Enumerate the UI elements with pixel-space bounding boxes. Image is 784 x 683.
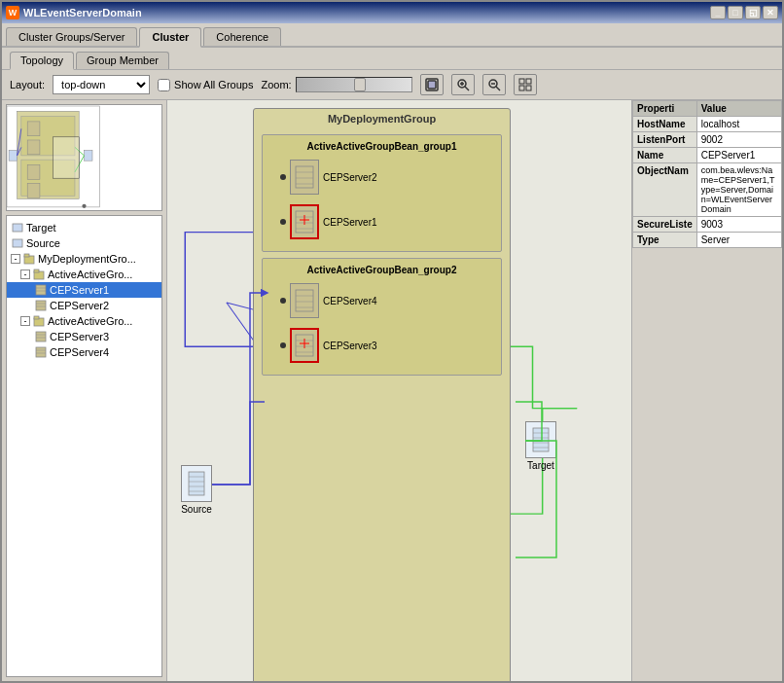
main-tab-bar: Cluster Groups/Server Cluster Coherence: [2, 23, 782, 48]
tree-label-cepserver1: CEPServer1: [50, 284, 109, 296]
cepserver1-label: CEPServer1: [323, 217, 377, 228]
tree-label-mydeploygroup: MyDeploymentGro...: [38, 253, 136, 265]
right-panel: Properti Value HostName localhost Listen…: [631, 100, 782, 681]
prop-val-objectname: com.bea.wlevs:Name=CEPServer1,Type=Serve…: [696, 163, 781, 217]
tab-cluster-groups[interactable]: Cluster Groups/Server: [6, 27, 137, 46]
prop-val-securelisten: 9003: [696, 217, 781, 233]
tab-coherence[interactable]: Coherence: [203, 27, 281, 46]
svg-line-3: [465, 87, 469, 90]
prop-key-name: Name: [633, 148, 697, 163]
restore-button[interactable]: ◱: [745, 6, 761, 19]
prop-val-hostname: localhost: [696, 117, 781, 132]
expand-activeactive1[interactable]: -: [20, 270, 30, 279]
svg-rect-27: [53, 137, 79, 178]
main-canvas: MyDeploymentGroup ActiveActiveGroupBean_…: [167, 100, 631, 681]
tree-label-cepserver2: CEPServer2: [50, 300, 109, 311]
cepserver2-icon: [290, 160, 319, 195]
source-node[interactable]: Source: [181, 465, 212, 515]
zoom-in-button[interactable]: [451, 74, 475, 95]
server-node-cepserver2[interactable]: CEPServer2: [280, 160, 495, 195]
prop-row-hostname: HostName localhost: [633, 117, 782, 132]
target-node[interactable]: Target: [525, 421, 556, 471]
tree-item-target[interactable]: Target: [7, 220, 161, 235]
tree-item-source[interactable]: Source: [7, 235, 161, 251]
expand-activeactive2[interactable]: -: [20, 316, 30, 326]
sub-group-2: ActiveActiveGroupBean_group2 CEPServer4: [262, 258, 502, 376]
svg-rect-35: [36, 285, 46, 295]
svg-rect-20: [9, 151, 17, 162]
cepserver3-label: CEPServer3: [323, 341, 377, 351]
window-icon: W: [6, 6, 19, 19]
tree-item-activeactive2[interactable]: - ActiveActiveGro...: [7, 313, 161, 329]
server-node-cepserver1[interactable]: CEPServer1: [280, 204, 495, 239]
prop-val-name: CEPServer1: [696, 148, 781, 163]
minimap-svg: [7, 105, 161, 210]
svg-rect-38: [36, 301, 46, 310]
tree-item-activeactive1[interactable]: - ActiveActiveGro...: [7, 267, 161, 282]
server-node-cepserver4[interactable]: CEPServer4: [280, 283, 495, 318]
zoom-out-button[interactable]: [482, 74, 506, 95]
tree-item-cepserver2[interactable]: CEPServer2: [7, 298, 161, 313]
maximize-button[interactable]: □: [728, 6, 743, 19]
tree-label-activeactive2: ActiveActiveGro...: [48, 315, 132, 327]
tree-item-mydeploygroup[interactable]: - MyDeploymentGro...: [7, 251, 161, 267]
svg-rect-16: [27, 122, 40, 136]
server-node-cepserver3[interactable]: CEPServer3: [280, 328, 495, 363]
tree-icon-cepserver1: [34, 283, 48, 297]
tab-group-member[interactable]: Group Member: [76, 52, 169, 69]
source-label: Source: [181, 504, 212, 515]
svg-rect-59: [296, 290, 313, 311]
cepserver2-label: CEPServer2: [323, 172, 377, 183]
close-button[interactable]: ✕: [763, 6, 778, 19]
title-controls: _ □ ◱ ✕: [710, 6, 778, 19]
sub-group-1: ActiveActiveGroupBean_group1 CEPServer2: [262, 134, 502, 252]
toolbar: Layout: top-down left-right hierarchical…: [2, 70, 782, 100]
fit-button[interactable]: [420, 74, 444, 95]
tab-topology[interactable]: Topology: [10, 52, 74, 70]
cepserver4-label: CEPServer4: [323, 296, 377, 306]
minimize-button[interactable]: _: [710, 6, 726, 19]
tree-label-source: Source: [26, 237, 60, 249]
prop-row-type: Type Server: [633, 233, 782, 248]
layout-label: Layout:: [10, 79, 45, 90]
svg-rect-1: [428, 81, 436, 89]
cepserver3-icon: [290, 328, 319, 363]
show-all-groups-label: Show All Groups: [174, 79, 253, 90]
prop-key-type: Type: [633, 233, 697, 248]
main-window: W WLEventServerDomain _ □ ◱ ✕ Cluster Gr…: [0, 0, 784, 683]
source-icon: [181, 465, 212, 502]
sub-group-1-title: ActiveActiveGroupBean_group1: [268, 141, 495, 152]
tree-icon-cepserver4: [34, 345, 48, 359]
svg-rect-69: [189, 472, 204, 495]
svg-rect-32: [24, 254, 29, 257]
deployment-group-title: MyDeploymentGroup: [254, 109, 510, 128]
prop-key-hostname: HostName: [633, 117, 697, 132]
tree-icon-cepserver2: [34, 299, 48, 312]
target-icon: [525, 421, 556, 458]
show-all-groups-group: Show All Groups: [158, 79, 253, 91]
svg-point-28: [82, 204, 86, 208]
tab-cluster[interactable]: Cluster: [139, 27, 201, 48]
svg-rect-10: [526, 79, 531, 84]
tree-item-cepserver3[interactable]: CEPServer3: [7, 329, 161, 344]
svg-rect-9: [519, 79, 524, 84]
layout-select[interactable]: top-down left-right hierarchical: [53, 75, 150, 94]
zoom-slider[interactable]: [296, 77, 412, 92]
svg-rect-18: [27, 164, 40, 179]
prop-key-objectname: ObjectNam: [633, 163, 697, 217]
show-all-groups-checkbox[interactable]: [158, 79, 170, 91]
expand-mydeploygroup[interactable]: -: [11, 254, 20, 264]
target-label: Target: [527, 460, 554, 471]
props-header-property: Properti: [633, 101, 697, 117]
cepserver3-port: [280, 342, 286, 348]
grid-button[interactable]: [514, 74, 537, 95]
prop-key-listenport: ListenPort: [633, 132, 697, 148]
tree-panel: Target Source - MyDeploymentGro...: [6, 215, 162, 677]
prop-val-listenport: 9002: [696, 132, 781, 148]
tree-item-cepserver4[interactable]: CEPServer4: [7, 344, 161, 360]
props-header-value: Value: [696, 101, 781, 117]
content-area: Target Source - MyDeploymentGro...: [2, 100, 782, 681]
tree-item-cepserver1[interactable]: CEPServer1: [7, 282, 161, 298]
prop-row-objectname: ObjectNam com.bea.wlevs:Name=CEPServer1,…: [633, 163, 782, 217]
svg-rect-19: [27, 184, 40, 198]
